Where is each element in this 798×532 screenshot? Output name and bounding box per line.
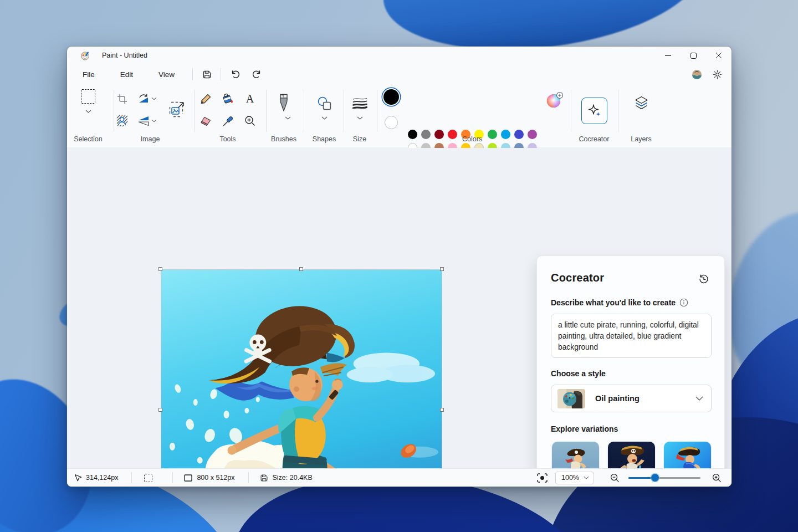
zoom-out-button[interactable] <box>607 470 622 485</box>
shapes-dropdown-button[interactable] <box>317 114 331 122</box>
selection-handle-mid-right[interactable] <box>440 408 444 412</box>
cursor-icon <box>74 474 81 482</box>
flip-icon <box>137 115 150 126</box>
selection-size-icon <box>144 474 152 482</box>
selection-tool-button[interactable] <box>78 86 98 106</box>
group-label-brushes: Brushes <box>271 135 296 143</box>
zoom-level-value: 100% <box>561 474 579 482</box>
eraser-icon <box>200 115 212 126</box>
settings-button[interactable] <box>710 66 724 82</box>
remove-background-button[interactable] <box>114 113 130 129</box>
size-dropdown-button[interactable] <box>352 114 367 122</box>
gear-icon <box>713 70 722 79</box>
zoom-in-button[interactable] <box>709 470 724 485</box>
cursor-position-value: 314,124px <box>86 474 118 482</box>
menu-view[interactable]: View <box>150 67 183 82</box>
layers-button[interactable] <box>631 93 651 113</box>
color-swatch[interactable] <box>514 130 524 139</box>
paint-window: Paint - Untitled File Edit View <box>67 47 732 487</box>
group-label-size: Size <box>353 135 366 143</box>
divider <box>192 68 193 80</box>
history-icon <box>698 274 709 285</box>
style-dropdown[interactable]: Oil painting <box>551 385 712 412</box>
group-label-colors: Colors <box>462 135 482 143</box>
user-avatar[interactable] <box>692 70 702 79</box>
selection-handle-top-left[interactable] <box>158 267 162 271</box>
paint-app-icon <box>80 51 90 60</box>
group-label-image: Image <box>141 135 160 143</box>
text-tool-icon: A <box>246 93 254 105</box>
crop-button[interactable] <box>114 91 130 106</box>
selection-handle-top-right[interactable] <box>440 267 444 271</box>
color-swatch[interactable] <box>448 130 457 139</box>
divider <box>266 90 267 132</box>
brushes-button[interactable] <box>275 92 292 113</box>
fit-to-screen-button[interactable] <box>534 470 550 485</box>
color-swatch[interactable] <box>501 130 510 139</box>
describe-label: Describe what you'd like to create <box>551 298 676 307</box>
edit-colors-button[interactable] <box>545 91 564 110</box>
zoom-slider-thumb[interactable] <box>651 473 659 482</box>
size-button[interactable] <box>351 95 369 110</box>
foreground-color-swatch[interactable] <box>383 89 399 105</box>
selection-handle-top-center[interactable] <box>299 267 303 271</box>
zoom-out-icon <box>610 473 620 483</box>
history-button[interactable] <box>698 274 710 286</box>
zoom-level-dropdown[interactable]: 100% <box>555 472 594 484</box>
info-icon[interactable] <box>679 298 688 307</box>
color-swatch[interactable] <box>421 130 431 139</box>
color-swatch[interactable] <box>408 130 417 139</box>
chevron-down-icon <box>285 116 291 120</box>
shapes-icon <box>317 96 332 111</box>
maximize-button[interactable] <box>681 47 706 64</box>
color-swatch[interactable] <box>488 130 497 139</box>
save-button[interactable] <box>197 66 216 82</box>
eraser-tool-button[interactable] <box>198 113 213 129</box>
minimize-button[interactable] <box>655 47 681 64</box>
text-tool-button[interactable]: A <box>242 91 258 106</box>
menu-edit[interactable]: Edit <box>111 67 142 82</box>
selection-handle-mid-left[interactable] <box>158 408 162 412</box>
divider <box>377 90 377 132</box>
pencil-tool-button[interactable] <box>198 91 213 106</box>
chevron-down-icon <box>85 110 91 113</box>
rotate-button[interactable] <box>135 91 158 106</box>
chevron-down-icon <box>357 116 363 120</box>
title-bar[interactable]: Paint - Untitled <box>67 47 732 64</box>
color-swatch[interactable] <box>434 130 444 139</box>
generated-pirate-image[interactable] <box>161 269 442 487</box>
background-color-swatch[interactable] <box>385 116 398 129</box>
chevron-down-icon <box>695 396 703 401</box>
redo-button[interactable] <box>248 66 267 82</box>
cocreator-button[interactable] <box>581 98 607 124</box>
selection-marquee-icon <box>81 89 95 104</box>
menu-bar: File Edit View <box>67 64 732 84</box>
brushes-dropdown-button[interactable] <box>280 114 295 122</box>
undo-button[interactable] <box>226 66 244 82</box>
line-size-icon <box>352 97 367 109</box>
cocreator-panel-title: Cocreator <box>551 272 604 284</box>
shapes-button[interactable] <box>315 94 333 112</box>
group-label-cocreator: Cocreator <box>579 135 610 143</box>
menu-file[interactable]: File <box>74 67 104 82</box>
window-title: Paint - Untitled <box>102 52 147 59</box>
zoom-slider[interactable] <box>628 473 700 482</box>
selection-dropdown-button[interactable] <box>81 108 95 115</box>
flip-button[interactable] <box>135 113 158 129</box>
cocreator-sparkle-icon <box>586 103 603 119</box>
color-picker-tool-button[interactable] <box>220 113 236 129</box>
resize-image-button[interactable] <box>167 99 187 119</box>
magnifier-tool-button[interactable] <box>242 113 258 129</box>
magnifier-icon <box>244 115 255 126</box>
color-swatch[interactable] <box>528 130 537 139</box>
variations-label: Explore variations <box>551 424 618 433</box>
divider <box>304 90 304 132</box>
divider <box>172 472 173 483</box>
zoom-in-icon <box>712 473 722 483</box>
fill-tool-button[interactable] <box>220 91 236 106</box>
brush-icon <box>278 94 289 112</box>
close-button[interactable] <box>706 47 732 64</box>
prompt-input[interactable]: a little cute pirate, running, colorful,… <box>551 314 712 358</box>
layers-icon <box>633 95 649 111</box>
canvas-area[interactable]: Cocreator Describe what you'd like to cr… <box>67 148 732 468</box>
